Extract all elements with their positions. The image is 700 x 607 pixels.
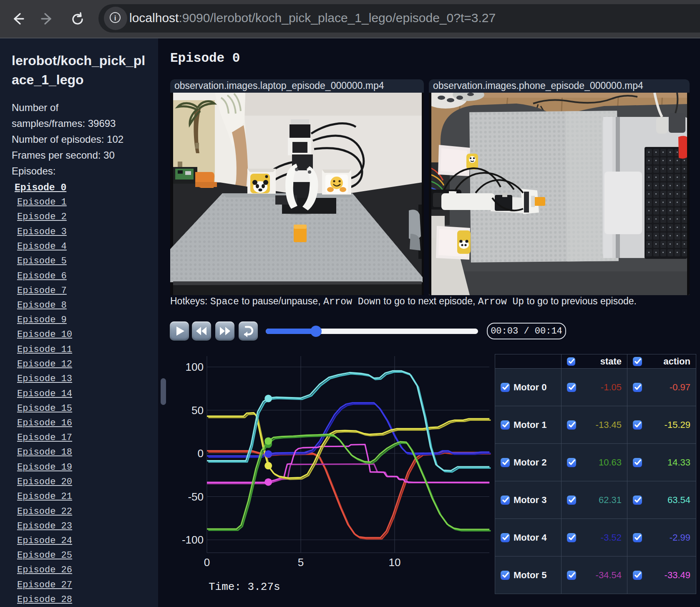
svg-text:5: 5 [298,556,304,569]
svg-text:-100: -100 [182,534,204,546]
svg-text:0: 0 [204,556,210,569]
svg-text:10: 10 [389,556,401,569]
svg-text:0: 0 [198,447,204,460]
svg-text:Time: 3.27s: Time: 3.27s [209,581,280,593]
svg-text:-50: -50 [188,491,204,503]
svg-text:50: 50 [191,404,204,417]
svg-text:100: 100 [186,361,204,373]
